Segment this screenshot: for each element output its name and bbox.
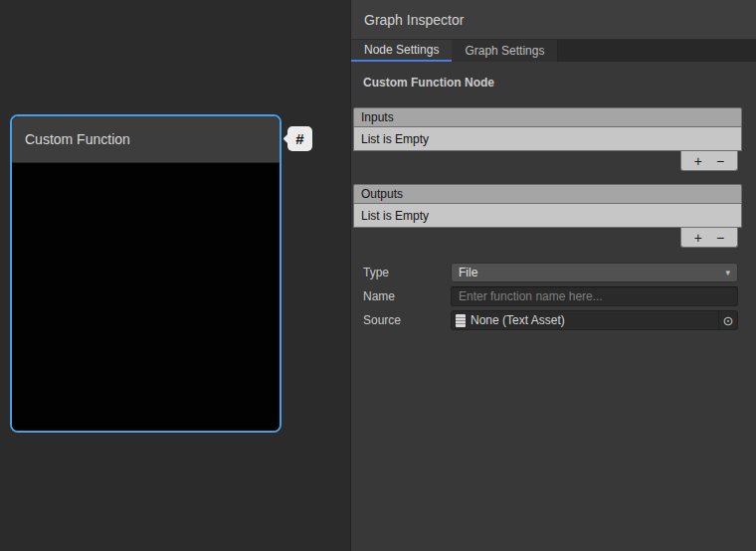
source-object-value: None (Text Asset) — [471, 313, 565, 327]
node-title-bar[interactable]: Custom Function — [12, 116, 280, 163]
text-asset-icon — [456, 314, 466, 327]
inputs-empty-text: List is Empty — [361, 132, 429, 146]
tab-graph-settings-label: Graph Settings — [465, 44, 544, 58]
node-code-badge[interactable]: # — [287, 126, 312, 151]
outputs-list: Outputs List is Empty + − — [353, 184, 742, 248]
tab-node-settings[interactable]: Node Settings — [351, 40, 452, 62]
source-label: Source — [363, 313, 451, 327]
shader-graph-window: Custom Function # Graph Inspector Node S… — [0, 0, 756, 551]
outputs-remove-button[interactable]: − — [716, 231, 724, 245]
dropdown-arrow-icon: ▾ — [725, 268, 730, 277]
name-label: Name — [363, 289, 451, 303]
function-name-input[interactable] — [451, 286, 738, 306]
inputs-empty-row: List is Empty — [353, 127, 742, 151]
node-preview-area — [12, 164, 280, 431]
outputs-list-header: Outputs — [353, 184, 742, 204]
hash-icon: # — [295, 130, 303, 147]
node-title: Custom Function — [25, 131, 130, 147]
inspector-title-bar[interactable]: Graph Inspector — [351, 0, 756, 40]
object-picker-icon[interactable]: ⊙ — [718, 311, 737, 329]
outputs-list-footer: + − — [353, 228, 742, 248]
tab-node-settings-label: Node Settings — [364, 43, 439, 57]
inspector-title: Graph Inspector — [364, 12, 464, 28]
inputs-remove-button[interactable]: − — [716, 154, 724, 168]
type-dropdown[interactable]: File ▾ — [451, 263, 738, 282]
inputs-list-footer: + − — [353, 151, 742, 171]
node-settings-form: Type File ▾ Name Source None (Text Asset… — [363, 261, 738, 332]
graph-inspector-panel: Graph Inspector Node Settings Graph Sett… — [350, 0, 756, 551]
type-row: Type File ▾ — [363, 261, 738, 284]
node-type-title: Custom Function Node — [363, 76, 744, 90]
inputs-list-title: Inputs — [361, 110, 394, 124]
inputs-add-button[interactable]: + — [694, 154, 702, 168]
outputs-add-button[interactable]: + — [694, 231, 702, 245]
outputs-empty-text: List is Empty — [361, 209, 429, 223]
graph-canvas[interactable]: Custom Function # — [0, 0, 350, 551]
tab-graph-settings[interactable]: Graph Settings — [452, 40, 558, 62]
source-object-field[interactable]: None (Text Asset) ⊙ — [451, 310, 738, 330]
inputs-footer-buttons: + − — [680, 151, 738, 171]
name-row: Name — [363, 284, 738, 308]
outputs-empty-row: List is Empty — [353, 204, 742, 228]
inputs-list-header: Inputs — [353, 107, 742, 127]
outputs-list-title: Outputs — [361, 187, 403, 201]
type-label: Type — [363, 266, 451, 279]
inspector-tabs: Node Settings Graph Settings — [351, 40, 756, 62]
custom-function-node[interactable]: Custom Function — [10, 114, 282, 433]
source-row: Source None (Text Asset) ⊙ — [363, 308, 738, 332]
outputs-footer-buttons: + − — [680, 228, 738, 248]
inputs-list: Inputs List is Empty + − — [353, 107, 742, 171]
type-dropdown-value: File — [459, 266, 477, 279]
